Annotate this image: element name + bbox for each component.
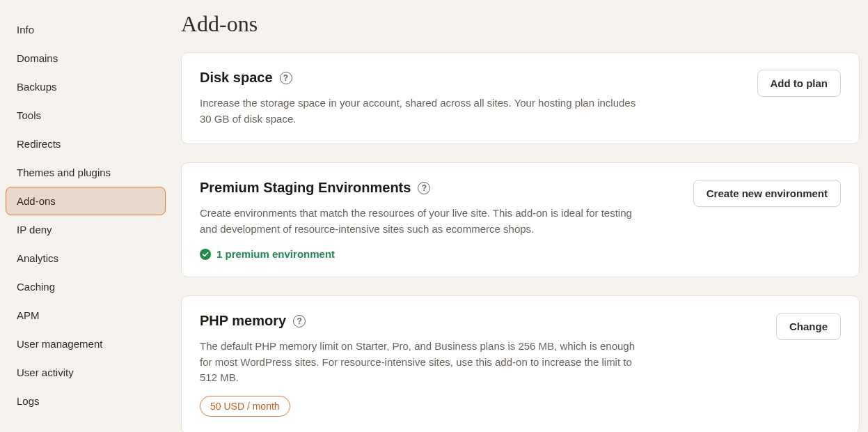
sidebar-item-add-ons[interactable]: Add-ons	[6, 187, 166, 215]
card-disk-space-title: Disk space	[200, 70, 273, 86]
page-title: Add-ons	[181, 11, 860, 37]
sidebar-item-logs[interactable]: Logs	[6, 387, 166, 415]
create-new-environment-button[interactable]: Create new environment	[693, 180, 841, 207]
sidebar-item-analytics[interactable]: Analytics	[6, 244, 166, 272]
card-php-memory-title: PHP memory	[200, 313, 286, 329]
sidebar: Info Domains Backups Tools Redirects The…	[0, 0, 171, 432]
card-disk-space: Disk space ? Increase the storage space …	[181, 52, 860, 144]
premium-staging-status: 1 premium environment	[200, 248, 677, 260]
sidebar-item-redirects[interactable]: Redirects	[6, 130, 166, 158]
sidebar-item-ip-deny[interactable]: IP deny	[6, 215, 166, 244]
add-to-plan-button[interactable]: Add to plan	[757, 70, 842, 97]
card-disk-space-desc: Increase the storage space in your accou…	[200, 95, 645, 127]
php-memory-price-pill: 50 USD / month	[200, 396, 290, 417]
premium-staging-status-text: 1 premium environment	[216, 248, 335, 260]
sidebar-item-backups[interactable]: Backups	[6, 72, 166, 101]
main-content: Add-ons Disk space ? Increase the storag…	[171, 0, 868, 432]
help-icon[interactable]: ?	[280, 72, 292, 84]
sidebar-item-themes-and-plugins[interactable]: Themes and plugins	[6, 158, 166, 187]
sidebar-item-user-activity[interactable]: User activity	[6, 358, 166, 387]
sidebar-item-apm[interactable]: APM	[6, 301, 166, 330]
help-icon[interactable]: ?	[418, 182, 430, 194]
check-circle-icon	[200, 249, 211, 260]
sidebar-item-user-management[interactable]: User management	[6, 330, 166, 358]
sidebar-item-domains[interactable]: Domains	[6, 44, 166, 72]
card-php-memory-desc: The default PHP memory limit on Starter,…	[200, 339, 645, 386]
help-icon[interactable]: ?	[293, 315, 306, 327]
card-premium-staging-desc: Create environments that match the resou…	[200, 206, 645, 237]
sidebar-item-info[interactable]: Info	[6, 15, 166, 44]
change-button[interactable]: Change	[776, 313, 841, 340]
card-premium-staging: Premium Staging Environments ? Create en…	[181, 162, 860, 277]
sidebar-item-caching[interactable]: Caching	[6, 272, 166, 301]
card-php-memory: PHP memory ? The default PHP memory limi…	[181, 295, 860, 432]
card-premium-staging-title: Premium Staging Environments	[200, 180, 411, 196]
sidebar-item-tools[interactable]: Tools	[6, 101, 166, 130]
